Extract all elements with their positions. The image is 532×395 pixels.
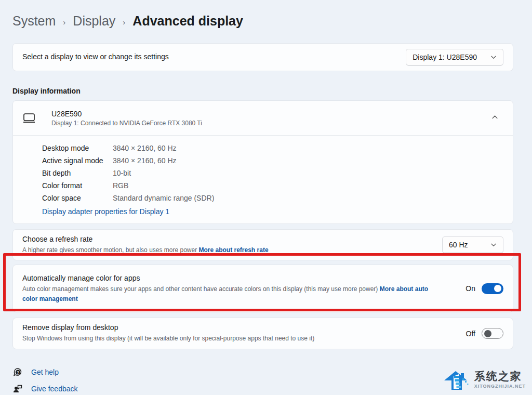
refresh-rate-description: A higher rate gives smoother motion, but…	[22, 246, 269, 254]
svg-text:?: ?	[17, 370, 19, 375]
watermark-title: 系统之家	[474, 370, 526, 382]
refresh-rate-value: 60 Hz	[449, 241, 468, 249]
watermark-logo-icon	[443, 367, 470, 392]
more-about-refresh-rate-link[interactable]: More about refresh rate	[199, 246, 269, 254]
monitor-subtitle: Display 1: Connected to NVIDIA GeForce R…	[51, 120, 486, 127]
display-information-card: U28E590 Display 1: Connected to NVIDIA G…	[12, 100, 513, 224]
remove-display-toggle[interactable]	[482, 328, 503, 339]
page-title: Advanced display	[132, 14, 243, 29]
watermark: 系统之家 XITONGZHIJIA.NET	[443, 367, 526, 392]
auto-color-toggle[interactable]	[482, 283, 503, 294]
remove-display-toggle-state: Off	[466, 330, 475, 338]
detail-value: RGB	[113, 179, 128, 192]
monitor-icon	[22, 112, 42, 124]
get-help-item[interactable]: ? Get help	[12, 367, 59, 377]
give-feedback-link[interactable]: Give feedback	[31, 385, 78, 393]
watermark-url: XITONGZHIJIA.NET	[474, 384, 526, 389]
detail-value: 3840 × 2160, 60 Hz	[113, 142, 177, 154]
breadcrumb-system[interactable]: System	[12, 14, 56, 29]
chevron-up-icon	[491, 114, 498, 121]
breadcrumb: System › Display › Advanced display	[12, 14, 513, 29]
advanced-display-page: System › Display › Advanced display Sele…	[0, 0, 532, 394]
select-display-card: Select a display to view or change its s…	[12, 43, 513, 71]
detail-value: 3840 × 2160, 60 Hz	[113, 154, 177, 167]
detail-row-color-format: Color format RGB	[42, 179, 503, 192]
collapse-expander-button[interactable]	[486, 111, 503, 125]
refresh-rate-title: Choose a refresh rate	[22, 235, 269, 243]
detail-label: Desktop mode	[42, 142, 113, 154]
remove-display-card: Remove display from desktop Stop Windows…	[12, 318, 513, 349]
auto-color-toggle-state: On	[466, 284, 475, 293]
detail-row-active-signal-mode: Active signal mode 3840 × 2160, 60 Hz	[42, 154, 503, 167]
detail-value: Standard dynamic range (SDR)	[113, 192, 214, 204]
display-details: Desktop mode 3840 × 2160, 60 Hz Active s…	[13, 135, 513, 223]
detail-value: 10-bit	[113, 167, 131, 179]
detail-label: Color space	[42, 192, 113, 204]
display-information-heading: Display information	[12, 87, 513, 95]
detail-row-desktop-mode: Desktop mode 3840 × 2160, 60 Hz	[42, 142, 503, 154]
refresh-rate-card: Choose a refresh rate A higher rate give…	[12, 229, 513, 260]
breadcrumb-display[interactable]: Display	[73, 14, 115, 29]
detail-label: Active signal mode	[42, 154, 113, 167]
chevron-down-icon	[490, 54, 497, 60]
breadcrumb-separator: ›	[123, 16, 125, 27]
give-feedback-item[interactable]: Give feedback	[12, 384, 78, 394]
chevron-down-icon	[490, 242, 497, 248]
remove-display-title: Remove display from desktop	[22, 323, 314, 332]
display-select-dropdown[interactable]: Display 1: U28E590	[406, 49, 503, 65]
detail-label: Bit depth	[42, 167, 113, 179]
auto-color-title: Automatically manage color for apps	[22, 274, 443, 282]
display-information-header[interactable]: U28E590 Display 1: Connected to NVIDIA G…	[13, 101, 513, 135]
feedback-icon	[12, 384, 23, 394]
display-select-value: Display 1: U28E590	[413, 53, 477, 61]
remove-display-description: Stop Windows from using this display (it…	[22, 335, 314, 342]
select-display-label: Select a display to view or change its s…	[22, 52, 169, 61]
auto-color-card: Automatically manage color for apps Auto…	[12, 265, 513, 312]
refresh-rate-dropdown[interactable]: 60 Hz	[442, 236, 503, 253]
detail-row-color-space: Color space Standard dynamic range (SDR)	[42, 192, 503, 204]
detail-label: Color format	[42, 179, 113, 192]
auto-color-description: Auto color management makes sure your ap…	[22, 285, 428, 302]
detail-row-bit-depth: Bit depth 10-bit	[42, 167, 503, 179]
help-icon: ?	[12, 367, 23, 377]
footer-links: ? Get help Give feedback	[12, 367, 513, 394]
get-help-link[interactable]: Get help	[31, 368, 59, 376]
monitor-name: U28E590	[51, 110, 486, 118]
breadcrumb-separator: ›	[63, 16, 65, 27]
display-adapter-properties-link[interactable]: Display adapter properties for Display 1	[42, 207, 169, 216]
